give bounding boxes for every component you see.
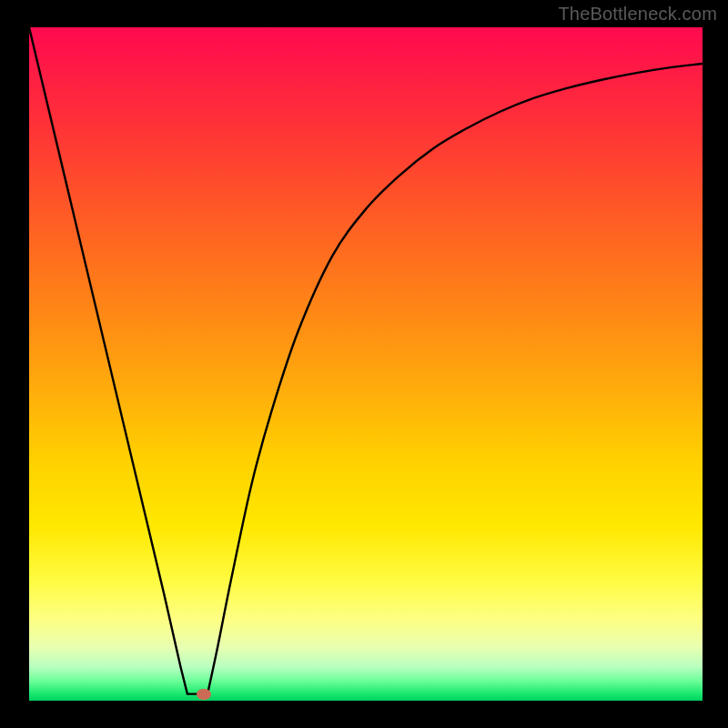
watermark-text: TheBottleneck.com	[558, 4, 717, 25]
chart-frame: TheBottleneck.com	[0, 0, 728, 728]
curve-layer	[29, 27, 703, 701]
bottleneck-curve	[29, 27, 703, 697]
minimum-marker	[197, 689, 211, 700]
